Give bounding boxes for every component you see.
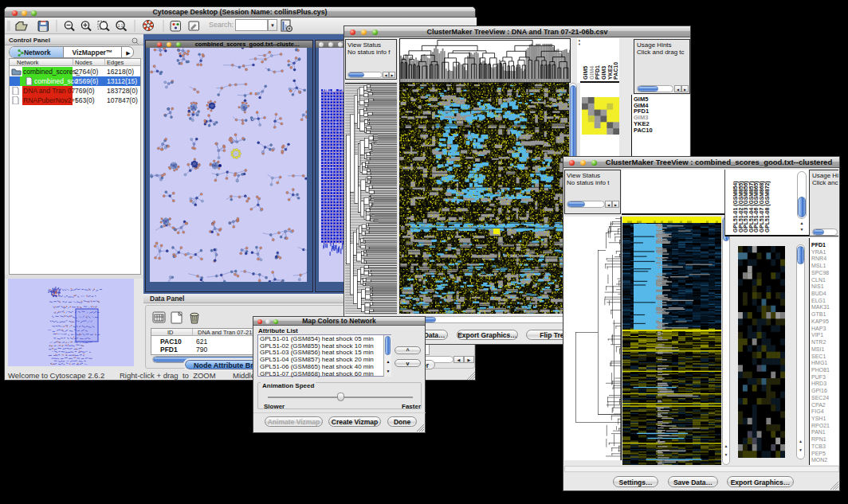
svg-text:PAC10: PAC10 [613, 62, 618, 80]
svg-text:YKE2: YKE2 [607, 65, 613, 80]
svg-text:PFD1: PFD1 [595, 65, 600, 80]
svg-text:1:1: 1:1 [118, 24, 124, 28]
svg-text:GPL51-08 (GSM872): GPL51-08 (GSM872) [764, 181, 771, 232]
svg-text:GIM3: GIM3 [601, 66, 607, 80]
svg-text:GIM5: GIM5 [583, 66, 588, 80]
svg-text:GIM4: GIM4 [589, 66, 595, 80]
